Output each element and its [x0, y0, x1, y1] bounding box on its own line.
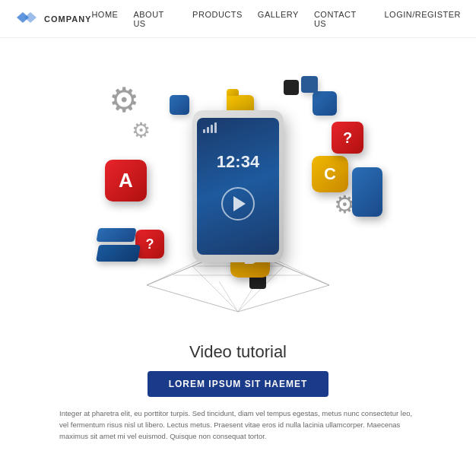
para-bottom: [96, 245, 141, 262]
svg-line-2: [147, 285, 238, 312]
main-nav: HOME ABOUT US PRODUCTS GALLERY CONTACT U…: [91, 10, 461, 28]
blue-panel: [352, 167, 382, 217]
dark-square-1: [284, 80, 299, 95]
blue-parallelogram: [97, 228, 143, 262]
logo-icon: [15, 10, 40, 28]
nav-products[interactable]: PRODUCTS: [192, 10, 243, 28]
description-text: Integer at pharetra elit, eu porttitor t…: [40, 408, 436, 443]
icon-a: A: [105, 160, 147, 202]
question-icon-1: ?: [332, 122, 363, 154]
svg-line-9: [276, 260, 329, 285]
icon-c: C: [312, 156, 348, 192]
hero-title: Video tutorial: [40, 342, 436, 362]
para-top: [96, 228, 136, 242]
nav-gallery[interactable]: GALLERY: [258, 10, 299, 28]
scene: ⚙ ⚙ ⚙ 12:34 A C: [78, 49, 398, 338]
play-button[interactable]: [221, 187, 255, 221]
blue-square-3: [170, 95, 189, 115]
logo: COMPANY: [15, 10, 91, 28]
play-icon: [233, 196, 246, 211]
gear-large-icon: ⚙: [109, 80, 139, 120]
phone-screen: 12:34: [197, 118, 279, 255]
logo-text: COMPANY: [44, 14, 91, 24]
nav-login[interactable]: LOGIN/REGISTER: [384, 10, 461, 28]
nav-home[interactable]: HOME: [91, 10, 118, 28]
nav-contact[interactable]: CONTACT US: [314, 10, 370, 28]
text-section: Video tutorial LOREM IPSUM SIT HAEMET In…: [40, 342, 436, 443]
signal-icon: [203, 122, 217, 133]
blue-square-2: [301, 76, 318, 93]
nav-about[interactable]: ABOUT US: [133, 10, 177, 28]
phone-time: 12:34: [217, 152, 259, 172]
cta-button[interactable]: LOREM IPSUM SIT HAEMET: [148, 371, 329, 397]
gear-small-icon: ⚙: [132, 118, 151, 143]
main-content: ⚙ ⚙ ⚙ 12:34 A C: [0, 38, 476, 476]
svg-line-6: [147, 260, 200, 285]
blue-square-1: [313, 91, 337, 116]
svg-line-3: [238, 285, 329, 312]
phone: 12:34: [192, 110, 284, 262]
header: COMPANY HOME ABOUT US PRODUCTS GALLERY C…: [0, 0, 476, 38]
